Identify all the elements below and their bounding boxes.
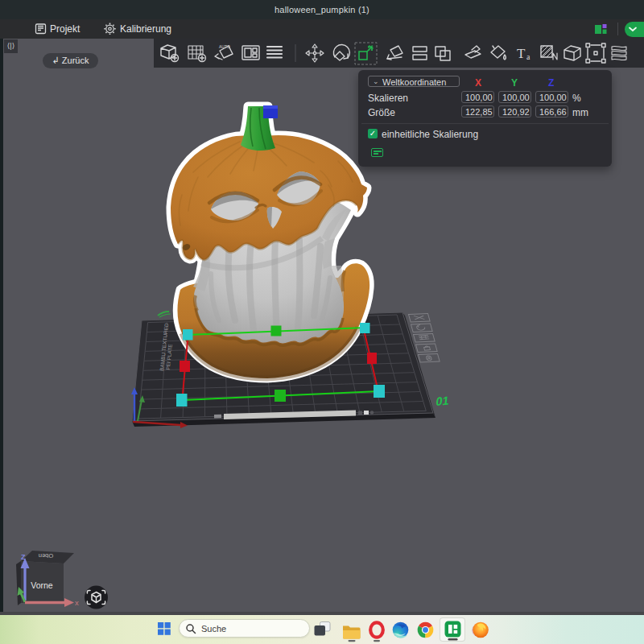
svg-text:Oben: Oben <box>39 552 53 559</box>
svg-text:T: T <box>517 46 526 61</box>
svg-text:AUTO: AUTO <box>219 44 230 49</box>
svg-text:Vorne: Vorne <box>31 580 53 590</box>
svg-text:01: 01 <box>436 394 450 408</box>
svg-text:a: a <box>526 52 530 61</box>
svg-text:x: x <box>75 598 79 607</box>
